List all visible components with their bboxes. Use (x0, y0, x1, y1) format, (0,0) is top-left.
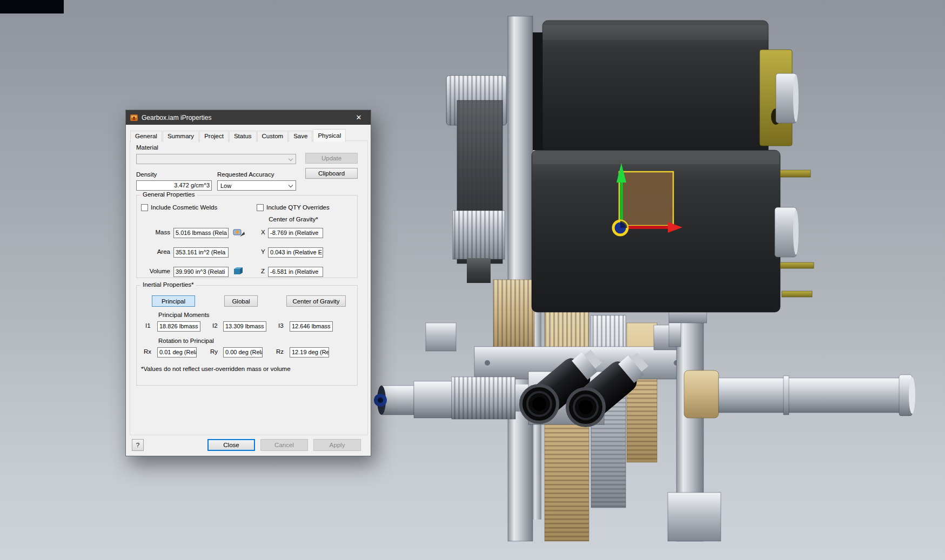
density-label: Density (136, 171, 157, 178)
chevron-down-icon (289, 157, 293, 161)
cosmetic-welds-checkbox[interactable] (141, 204, 148, 211)
i2-label: I2 (212, 322, 218, 329)
area-label: Area (138, 248, 170, 255)
y-axis-label: Y (261, 248, 265, 255)
qty-overrides-checkbox[interactable] (257, 204, 264, 211)
tab-physical[interactable]: Physical (313, 129, 346, 142)
mass-field[interactable]: 5.016 lbmass (Rela (173, 228, 229, 238)
material-label: Material (136, 144, 158, 151)
center-of-gravity-label: Center of Gravity* (261, 216, 326, 222)
cog-y-field[interactable]: 0.043 in (Relative E (268, 247, 323, 258)
tab-project[interactable]: Project (199, 131, 229, 142)
cog-z-field[interactable]: -6.581 in (Relative (268, 267, 323, 277)
cog-x-field[interactable]: -8.769 in (Relative (268, 228, 323, 238)
physical-tab-page: Material Update Density Requested Accura… (130, 140, 368, 435)
model-motor-mount[interactable] (760, 50, 799, 146)
help-icon: ? (136, 442, 139, 448)
iproperties-dialog: Gearbox.iam iProperties ✕ General Summar… (125, 110, 371, 456)
clipboard-button[interactable]: Clipboard (305, 168, 358, 179)
model-shaft-left[interactable] (374, 377, 530, 419)
rx-field[interactable]: 0.01 deg (Relat (157, 347, 197, 357)
area-field[interactable]: 353.161 in^2 (Rela (173, 247, 229, 258)
model-output-shaft[interactable] (684, 370, 915, 418)
selected-face-highlight[interactable] (619, 172, 673, 226)
close-icon[interactable]: ✕ (347, 110, 371, 125)
inertial-properties-group: Inertial Properties* Principal Global Ce… (136, 285, 358, 386)
i1-label: I1 (145, 322, 151, 329)
rx-label: Rx (144, 348, 151, 355)
model-upper-motor[interactable] (533, 21, 768, 162)
general-properties-title: General Properties (140, 191, 197, 198)
rz-label: Rz (276, 348, 284, 355)
tab-save[interactable]: Save (289, 131, 312, 142)
chevron-down-icon (289, 183, 293, 187)
global-button[interactable]: Global (224, 295, 258, 307)
i3-label: I3 (278, 322, 284, 329)
triad-origin[interactable] (613, 221, 627, 235)
app-corner-strip (0, 0, 64, 14)
qty-overrides-label: Include QTY Overrides (266, 204, 330, 211)
application-window: Gearbox.iam iProperties ✕ General Summar… (0, 0, 945, 560)
center-of-gravity-button[interactable]: Center of Gravity (286, 295, 346, 307)
z-axis-label: Z (261, 268, 265, 274)
material-combo[interactable] (136, 154, 296, 164)
mass-label: Mass (138, 229, 170, 235)
update-button: Update (305, 153, 358, 164)
rz-field[interactable]: 12.19 deg (Rela (290, 347, 329, 357)
volume-measure-icon[interactable] (233, 266, 244, 276)
density-field[interactable]: 3.472 g/cm^3 (136, 180, 212, 191)
ry-field[interactable]: 0.00 deg (Relat (223, 347, 263, 357)
accuracy-combo[interactable]: Low (217, 180, 296, 191)
dialog-titlebar[interactable]: Gearbox.iam iProperties ✕ (126, 110, 371, 125)
rotation-to-principal-label: Rotation to Principal (158, 338, 214, 344)
close-button[interactable]: Close (207, 439, 255, 451)
apply-button: Apply (313, 439, 361, 451)
tab-strip: General Summary Project Status Custom Sa… (130, 129, 346, 142)
help-button[interactable]: ? (132, 439, 144, 451)
i2-field[interactable]: 13.309 lbmass i (223, 321, 266, 332)
cancel-button: Cancel (260, 439, 308, 451)
dialog-title: Gearbox.iam iProperties (142, 114, 211, 122)
volume-field[interactable]: 39.990 in^3 (Relati (173, 267, 229, 277)
tab-summary[interactable]: Summary (163, 131, 199, 142)
app-icon (130, 113, 138, 122)
tab-general[interactable]: General (130, 131, 162, 142)
volume-label: Volume (138, 268, 170, 274)
x-axis-label: X (261, 229, 265, 235)
mass-measure-icon[interactable] (233, 227, 246, 239)
i1-field[interactable]: 18.826 lbmass i (157, 321, 200, 332)
principal-moments-label: Principal Moments (158, 312, 210, 318)
inertial-properties-title: Inertial Properties* (140, 281, 196, 288)
ry-label: Ry (210, 348, 218, 355)
override-footnote: *Values do not reflect user-overridden m… (141, 366, 291, 372)
cosmetic-welds-label: Include Cosmetic Welds (151, 204, 217, 211)
accuracy-label: Requested Accuracy (217, 171, 274, 178)
tab-custom[interactable]: Custom (257, 131, 289, 142)
general-properties-group: General Properties Include Cosmetic Weld… (136, 195, 358, 278)
tab-status[interactable]: Status (229, 131, 257, 142)
model-right-plate[interactable] (668, 303, 721, 541)
i3-field[interactable]: 12.646 lbmass i (290, 321, 333, 332)
principal-button[interactable]: Principal (152, 295, 195, 307)
